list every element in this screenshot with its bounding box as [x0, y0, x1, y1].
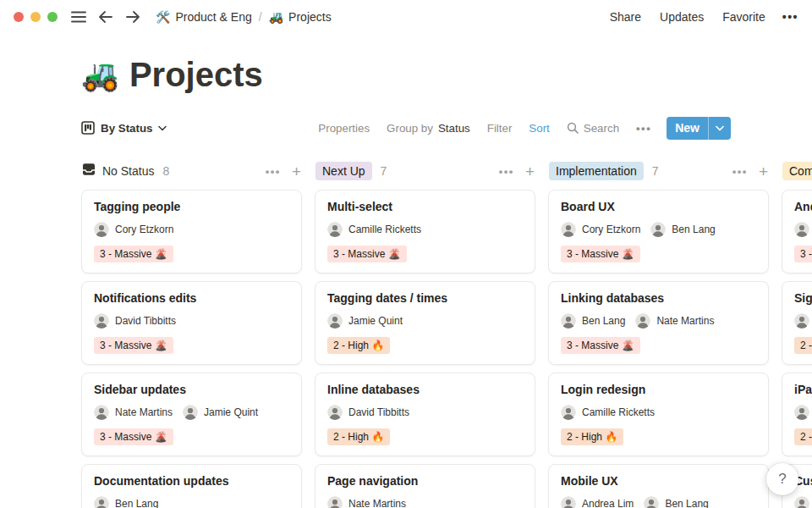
column-actions: •••+ — [732, 163, 768, 179]
assignee: David Tibbitts — [327, 405, 409, 420]
breadcrumb-workspace-label: Product & Eng — [175, 10, 251, 24]
board-card[interactable]: SignJ2 - — [782, 281, 812, 365]
board-card[interactable]: Multi-selectCamille Ricketts3 - Massive … — [315, 190, 535, 273]
column-header[interactable]: No Status8•••+ — [81, 160, 302, 182]
board-card[interactable]: Linking databasesBen LangNate Martins3 -… — [548, 281, 769, 365]
avatar-photo — [94, 496, 109, 508]
properties-button[interactable]: Properties — [318, 122, 370, 135]
avatar — [94, 313, 109, 329]
card-title: And — [794, 200, 812, 213]
assignee-name: Camille Ricketts — [348, 224, 421, 235]
card-title: Documentation updates — [94, 474, 289, 488]
board-card[interactable]: iPadC2 - — [782, 373, 812, 456]
tractor-icon: 🚜 — [269, 10, 283, 24]
card-title: Sidebar updates — [94, 383, 289, 396]
column-add-icon[interactable]: + — [292, 163, 301, 179]
avatar — [327, 405, 343, 420]
column-more-icon[interactable]: ••• — [499, 165, 514, 178]
column-add-icon[interactable]: + — [759, 163, 768, 179]
breadcrumb-item-page[interactable]: 🚜 Projects — [269, 10, 332, 24]
column-header[interactable]: Com•••+ — [782, 160, 812, 182]
assignee-name: David Tibbitts — [348, 406, 409, 418]
filter-button[interactable]: Filter — [487, 122, 513, 135]
assignee-name: Ben Lang — [582, 315, 625, 327]
close-window-button[interactable] — [14, 12, 24, 22]
column-header[interactable]: Implementation7•••+ — [548, 160, 769, 182]
new-button[interactable]: New — [667, 117, 708, 140]
priority-badge: 2 - High 🔥 — [327, 337, 390, 354]
avatar — [561, 222, 576, 237]
help-button[interactable]: ? — [766, 463, 798, 495]
chevron-down-icon — [158, 125, 167, 131]
assignee: Cory Etzkorn — [561, 222, 640, 237]
assignee: J — [794, 313, 812, 329]
assignee: Nate Martins — [327, 496, 406, 508]
share-button[interactable]: Share — [610, 10, 641, 24]
sort-button[interactable]: Sort — [529, 122, 549, 135]
avatar — [327, 496, 343, 508]
breadcrumb-item-workspace[interactable]: 🛠️ Product & Eng — [156, 10, 252, 24]
avatar — [650, 222, 666, 237]
card-title: Inline databases — [327, 383, 523, 396]
updates-button[interactable]: Updates — [660, 10, 704, 24]
assignee: Jamie Quint — [327, 313, 403, 329]
titlebar: 🛠️ Product & Eng / 🚜 Projects Share Upda… — [0, 0, 812, 34]
card-title: Notifications edits — [94, 291, 289, 305]
chevron-down-icon — [716, 125, 724, 131]
view-switcher[interactable]: By Status — [81, 121, 167, 135]
board-card[interactable]: Inline databasesDavid Tibbitts2 - High 🔥 — [315, 373, 535, 456]
board-card[interactable]: Mobile UXAndrea LimBen Lang1- Normal 🌴 — [548, 464, 769, 508]
tractor-page-icon[interactable]: 🚜 — [81, 58, 119, 93]
avatar — [644, 496, 659, 508]
back-button[interactable] — [98, 10, 113, 24]
new-dropdown-button[interactable] — [709, 117, 731, 140]
assignee-name: Jamie Quint — [204, 406, 258, 418]
view-more-icon[interactable]: ••• — [636, 122, 651, 135]
minimize-window-button[interactable] — [30, 12, 41, 22]
column-more-icon[interactable]: ••• — [732, 165, 748, 178]
card-assignees: Ben LangNate Martins — [561, 313, 756, 329]
board-card[interactable]: Notifications editsDavid Tibbitts3 - Mas… — [81, 281, 302, 365]
column-title: No Status — [102, 164, 154, 178]
card-title: Page navigation — [327, 474, 523, 488]
board-card[interactable]: Documentation updatesBen Lang2 - High 🔥 — [81, 464, 302, 508]
sidebar-toggle-button[interactable] — [71, 11, 86, 23]
avatar — [94, 496, 109, 508]
assignee: David Tibbitts — [94, 313, 176, 329]
avatar-photo — [327, 496, 343, 508]
column-header[interactable]: Next Up7•••+ — [315, 160, 535, 182]
assignee: Andrea Lim — [561, 496, 634, 508]
zoom-window-button[interactable] — [47, 12, 58, 22]
assignee: Ben Lang — [94, 496, 158, 508]
column-add-icon[interactable]: + — [525, 163, 535, 179]
favorite-button[interactable]: Favorite — [722, 10, 765, 24]
search-label: Search — [584, 122, 619, 135]
board-card[interactable]: AndN3 - — [782, 190, 812, 273]
assignee: Ben Lang — [561, 313, 625, 329]
board-card[interactable]: Board UXCory EtzkornBen Lang3 - Massive … — [548, 190, 769, 273]
column-count: 7 — [381, 164, 387, 178]
forward-button[interactable] — [125, 10, 140, 24]
priority-badge: 3 - Massive 🌋 — [561, 246, 640, 262]
card-assignees: Camille Ricketts — [561, 405, 756, 420]
board-card[interactable]: Page navigationNate Martins1- Normal 🌴 — [315, 464, 535, 508]
board-card[interactable]: Tagging peopleCory Etzkorn3 - Massive 🌋 — [81, 190, 302, 273]
board-card[interactable]: Login redesignCamille Ricketts2 - High 🔥 — [548, 373, 769, 456]
assignee: Nate Martins — [94, 405, 173, 420]
assignee-name: Nate Martins — [348, 498, 406, 508]
search-button[interactable]: Search — [567, 122, 619, 135]
avatar — [635, 313, 650, 329]
search-icon — [567, 122, 579, 134]
avatar-photo — [794, 405, 809, 420]
avatar — [561, 313, 576, 329]
column-count: 7 — [652, 164, 659, 178]
column-status-tag: Next Up — [315, 162, 372, 180]
more-options-icon[interactable]: ••• — [782, 10, 798, 24]
card-title: Linking databases — [561, 291, 756, 305]
board-card[interactable]: Sidebar updatesNate MartinsJamie Quint3 … — [81, 373, 302, 456]
assignee-name: Jamie Quint — [348, 315, 403, 327]
column-more-icon[interactable]: ••• — [266, 165, 281, 178]
assignee-name: David Tibbitts — [115, 315, 176, 327]
board-card[interactable]: Tagging dates / timesJamie Quint2 - High… — [315, 281, 535, 365]
group-by-button[interactable]: Group by Status — [387, 122, 470, 135]
